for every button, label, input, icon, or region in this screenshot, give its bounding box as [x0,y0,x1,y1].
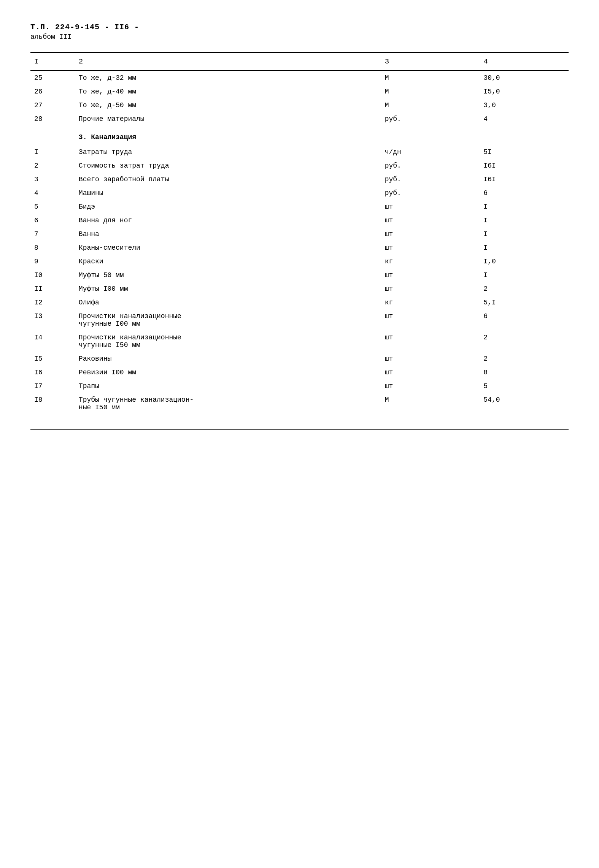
row-desc: Муфты 50 мм [75,268,381,282]
row-desc: То же, д-50 мм [75,98,381,112]
row-unit: руб. [381,173,480,186]
row-unit: шт [381,241,480,255]
table-row: I0 Муфты 50 мм шт I [30,268,569,282]
page-header: Т.П. 224-9-145 - II6 - альбом III [30,23,569,41]
row-desc: Прочистки канализационныечугунные I50 мм [75,331,381,352]
row-qty: 30,0 [480,71,569,85]
row-unit: ч/дн [381,145,480,159]
row-unit: шт [381,352,480,366]
table-row: 7 Ванна шт I [30,227,569,241]
row-num: I6 [30,366,75,379]
row-unit: кг [381,255,480,268]
table-row: 4 Машины руб. 6 [30,186,569,200]
table-row: 2 Стоимость затрат труда руб. I6I [30,159,569,173]
row-num: I5 [30,352,75,366]
row-qty: 2 [480,352,569,366]
table-row: 25 То же, д-32 мм М 30,0 [30,71,569,85]
row-unit: руб. [381,159,480,173]
table-row: I Затраты труда ч/дн 5I [30,145,569,159]
row-qty: I [480,200,569,214]
row-unit: М [381,71,480,85]
col-header-4: 4 [480,53,569,71]
section-3-header: 3. Канализация [30,126,569,145]
row-qty: 5,I [480,296,569,309]
row-unit: М [381,98,480,112]
row-desc: Олифа [75,296,381,309]
table-row: I4 Прочистки канализационныечугунные I50… [30,331,569,352]
row-num: 7 [30,227,75,241]
row-qty: 54,0 [480,393,569,414]
table-row: I3 Прочистки канализационныечугунные I00… [30,309,569,331]
row-num: 5 [30,200,75,214]
col-header-3: 3 [381,53,480,71]
row-unit: кг [381,296,480,309]
row-desc: Ванна [75,227,381,241]
row-num: 9 [30,255,75,268]
table-row: 5 Бидэ шт I [30,200,569,214]
row-desc: Всего заработной платы [75,173,381,186]
row-qty: 5I [480,145,569,159]
row-num: 4 [30,186,75,200]
row-unit: шт [381,268,480,282]
row-qty: 6 [480,309,569,331]
row-desc: Ревизии I00 мм [75,366,381,379]
row-num: I0 [30,268,75,282]
row-unit: шт [381,227,480,241]
row-desc: Муфты I00 мм [75,282,381,296]
row-qty: I,0 [480,255,569,268]
row-qty: 2 [480,331,569,352]
row-qty: I [480,268,569,282]
row-num: I2 [30,296,75,309]
row-num: 26 [30,85,75,98]
section-title: 3. Канализация [79,133,136,142]
row-desc: Раковины [75,352,381,366]
row-num: 25 [30,71,75,85]
row-unit: шт [381,200,480,214]
row-qty: I6I [480,173,569,186]
row-unit: руб. [381,186,480,200]
row-num: 3 [30,173,75,186]
row-qty: 8 [480,366,569,379]
row-desc: Стоимость затрат труда [75,159,381,173]
table-row: I5 Раковины шт 2 [30,352,569,366]
row-desc: То же, д-40 мм [75,85,381,98]
row-qty: I6I [480,159,569,173]
column-headers: I 2 3 4 [30,53,569,71]
row-qty: I5,0 [480,85,569,98]
row-unit: шт [381,214,480,227]
row-unit: шт [381,331,480,352]
row-qty: 2 [480,282,569,296]
row-num: I8 [30,393,75,414]
table-row: I8 Трубы чугунные канализацион-ные I50 м… [30,393,569,414]
row-unit: М [381,393,480,414]
row-desc: Трубы чугунные канализацион-ные I50 мм [75,393,381,414]
row-desc: Затраты труда [75,145,381,159]
row-unit: руб. [381,112,480,126]
row-num: I4 [30,331,75,352]
header-title: Т.П. 224-9-145 - II6 - [30,23,569,32]
row-desc: Краски [75,255,381,268]
table-row: 28 Прочие материалы руб. 4 [30,112,569,126]
header-subtitle: альбом III [30,33,569,41]
row-unit: шт [381,282,480,296]
row-qty: 3,0 [480,98,569,112]
row-desc: Бидэ [75,200,381,214]
main-table: I 2 3 4 25 То же, д-32 мм М 30,0 26 То ж… [30,52,569,430]
row-unit: М [381,85,480,98]
table-row: 26 То же, д-40 мм М I5,0 [30,85,569,98]
row-num: 27 [30,98,75,112]
row-num: 6 [30,214,75,227]
row-qty: I [480,227,569,241]
row-qty: 5 [480,379,569,393]
row-unit: шт [381,379,480,393]
table-row: I6 Ревизии I00 мм шт 8 [30,366,569,379]
row-desc: То же, д-32 мм [75,71,381,85]
row-num: I [30,145,75,159]
row-num: 8 [30,241,75,255]
table-row: I2 Олифа кг 5,I [30,296,569,309]
row-qty: 6 [480,186,569,200]
table-row: 27 То же, д-50 мм М 3,0 [30,98,569,112]
row-num: I3 [30,309,75,331]
row-num: I7 [30,379,75,393]
row-qty: I [480,241,569,255]
